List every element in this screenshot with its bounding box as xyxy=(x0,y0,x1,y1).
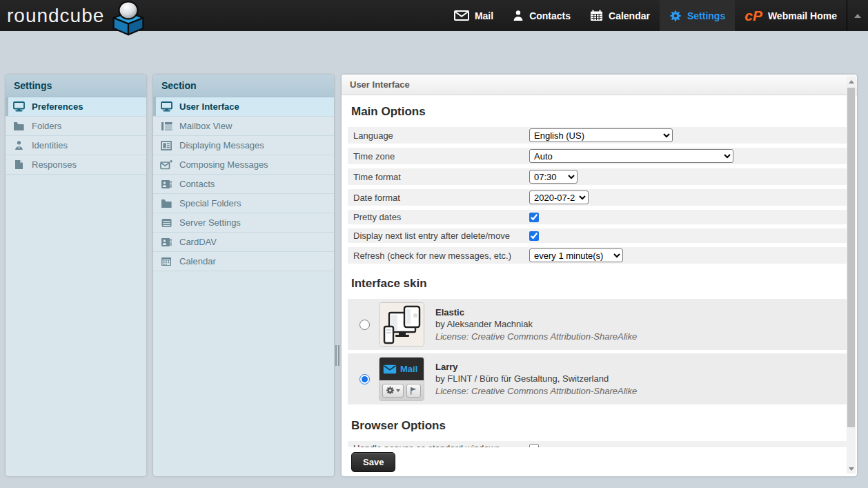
form-row-refresh-check-for-new-messages-etc: Refresh (check for new messages, etc.)ev… xyxy=(348,247,851,264)
scrollbar-up-arrow-icon[interactable] xyxy=(847,77,856,86)
compose-icon xyxy=(160,159,172,170)
skin-author: by Aleksander Machniak xyxy=(435,318,637,331)
refresh-check-for-new-messages-etc-select[interactable]: every 1 minute(s) xyxy=(529,248,623,262)
cpanel-icon: cP xyxy=(744,8,762,23)
settings-item-identities[interactable]: Identities xyxy=(6,136,146,155)
list-item-label: Calendar xyxy=(179,256,216,266)
pretty-dates-checkbox[interactable] xyxy=(529,213,539,222)
list-item-label: Folders xyxy=(32,121,61,131)
taskbar-item-label: Webmail Home xyxy=(768,10,837,21)
list-item-label: Server Settings xyxy=(179,217,241,228)
field-label: Pretty dates xyxy=(353,212,529,222)
form-row-date-format: Date format2020-07-24 xyxy=(348,189,851,206)
settings-list: PreferencesFoldersIdentitiesResponses xyxy=(6,97,146,175)
taskbar-item-label: Contacts xyxy=(529,10,571,21)
form-row-display-next-list-entry-after-delete-move: Display next list entry after delete/mov… xyxy=(348,228,851,243)
vcard-icon xyxy=(160,237,172,247)
interface-skin-options: Elasticby Aleksander MachniakLicense: Cr… xyxy=(348,299,851,404)
taskbar-menu: MailContactsCalendarSettingscPWebmail Ho… xyxy=(444,0,847,31)
panel-splitter[interactable] xyxy=(335,345,341,366)
taskbar-collapse-button[interactable] xyxy=(847,0,868,31)
browser-options-heading: Browser Options xyxy=(351,419,847,433)
skin-author: by FLINT / Büro für Gestaltung, Switzerl… xyxy=(435,373,637,385)
calendar-grid-icon xyxy=(160,257,172,266)
section-item-carddav[interactable]: CardDAV xyxy=(153,233,334,252)
section-item-displaying-messages[interactable]: Displaying Messages xyxy=(153,136,334,155)
workspace: Settings PreferencesFoldersIdentitiesRes… xyxy=(0,31,868,488)
larry-skin-thumbnail: Mail xyxy=(379,357,424,401)
main-options-form: LanguageEnglish (US)Time zoneAutoTime fo… xyxy=(348,127,851,264)
section-item-contacts[interactable]: Contacts xyxy=(153,175,334,194)
flag-icon xyxy=(406,384,421,398)
list-item-label: Contacts xyxy=(179,179,215,189)
form-row-language: LanguageEnglish (US) xyxy=(348,127,851,144)
content-scroll-area: Main Options LanguageEnglish (US)Time zo… xyxy=(342,95,857,447)
field-label: Language xyxy=(353,130,529,141)
field-label: Time zone xyxy=(353,151,529,162)
list-item-label: Responses xyxy=(32,159,77,170)
section-item-mailbox-view[interactable]: Mailbox View xyxy=(153,117,334,136)
list-item-label: CardDAV xyxy=(179,237,217,247)
skin-option-larry: MailLarryby FLINT / Büro für Gestaltung,… xyxy=(348,353,851,404)
list-item-label: Composing Messages xyxy=(179,159,268,170)
settings-item-folders[interactable]: Folders xyxy=(6,117,146,136)
settings-list-panel: Settings PreferencesFoldersIdentitiesRes… xyxy=(6,75,146,476)
save-button[interactable]: Save xyxy=(351,452,395,472)
document-icon xyxy=(12,159,25,170)
field-label: Time format xyxy=(353,172,529,182)
date-format-select[interactable]: 2020-07-24 xyxy=(529,191,589,204)
vcard-icon xyxy=(160,179,172,189)
field-label: Handle popups as standard windows xyxy=(353,443,529,447)
elastic-skin-radio[interactable] xyxy=(359,320,370,330)
main-options-heading: Main Options xyxy=(351,105,847,119)
taskbar-item-mail[interactable]: Mail xyxy=(444,0,503,31)
list-item-label: Mailbox View xyxy=(179,121,232,131)
mail-icon xyxy=(454,10,469,21)
time-zone-select[interactable]: Auto xyxy=(529,149,733,163)
form-row-handle-popups-as-standard-windows: Handle popups as standard windows xyxy=(348,441,851,447)
calendar-icon xyxy=(590,10,603,21)
time-format-select[interactable]: 07:30 xyxy=(529,170,578,184)
larry-skin-radio[interactable] xyxy=(359,374,370,384)
section-item-user-interface[interactable]: User Interface xyxy=(153,97,334,117)
monitor-icon xyxy=(12,101,25,112)
roundcube-cube-icon xyxy=(108,0,148,37)
larry-thumb-toolbar xyxy=(379,380,424,400)
section-item-composing-messages[interactable]: Composing Messages xyxy=(153,155,334,175)
form-row-time-zone: Time zoneAuto xyxy=(348,148,851,164)
content-panel: User Interface Main Options LanguageEngl… xyxy=(342,75,857,476)
skin-license: License: Creative Commons Attribution-Sh… xyxy=(435,331,637,343)
content-scrollbar[interactable] xyxy=(847,77,856,474)
section-item-special-folders[interactable]: Special Folders xyxy=(153,194,334,213)
taskbar-item-calendar[interactable]: Calendar xyxy=(580,0,660,31)
form-row-time-format: Time format07:30 xyxy=(348,168,851,185)
skin-name: Larry xyxy=(435,361,637,373)
taskbar-item-label: Settings xyxy=(687,10,725,21)
language-select[interactable]: English (US) xyxy=(529,128,673,142)
interface-skin-heading: Interface skin xyxy=(351,277,847,291)
handle-popups-as-standard-windows-checkbox[interactable] xyxy=(529,444,539,448)
identity-icon xyxy=(12,140,25,150)
display-next-list-entry-after-delete-move-checkbox[interactable] xyxy=(529,231,539,241)
settings-list-title: Settings xyxy=(6,75,146,97)
taskbar-item-settings[interactable]: Settings xyxy=(660,0,735,31)
list-item-label: Special Folders xyxy=(179,198,241,208)
larry-thumb-mail-label: Mail xyxy=(400,364,417,374)
taskbar-item-contacts[interactable]: Contacts xyxy=(503,0,580,31)
gear-icon xyxy=(382,384,404,398)
collapse-up-arrow-icon xyxy=(854,14,861,18)
section-item-server-settings[interactable]: Server Settings xyxy=(153,213,334,233)
list-item-label: Preferences xyxy=(32,101,83,112)
field-label: Refresh (check for new messages, etc.) xyxy=(353,251,529,261)
scrollbar-down-arrow-icon[interactable] xyxy=(847,464,856,474)
settings-item-responses[interactable]: Responses xyxy=(6,155,146,175)
gear-icon xyxy=(669,10,682,22)
settings-item-preferences[interactable]: Preferences xyxy=(6,97,146,117)
taskbar-item-webmail-home[interactable]: cPWebmail Home xyxy=(735,0,847,31)
section-item-calendar[interactable]: Calendar xyxy=(153,252,334,271)
taskbar-item-label: Calendar xyxy=(609,10,650,21)
skin-meta: Elasticby Aleksander MachniakLicense: Cr… xyxy=(435,306,637,343)
form-row-pretty-dates: Pretty dates xyxy=(348,210,851,224)
scrollbar-thumb[interactable] xyxy=(847,88,855,427)
skin-meta: Larryby FLINT / Büro für Gestaltung, Swi… xyxy=(435,361,637,398)
